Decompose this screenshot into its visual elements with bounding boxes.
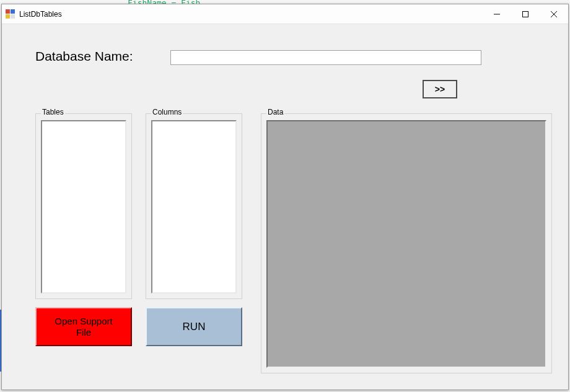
open-support-line1: Open Support: [37, 316, 131, 327]
minimize-icon: [494, 11, 500, 17]
data-grid[interactable]: [266, 120, 546, 368]
close-button[interactable]: [540, 4, 568, 24]
window-title: ListDbTables: [19, 10, 62, 19]
tables-listbox[interactable]: [41, 120, 126, 294]
window-controls: [483, 4, 568, 24]
close-icon: [551, 11, 557, 17]
database-name-input[interactable]: [170, 50, 481, 65]
database-name-label: Database Name:: [35, 49, 133, 64]
run-button[interactable]: RUN: [146, 307, 242, 346]
columns-groupbox-label: Columns: [151, 108, 183, 116]
svg-rect-1: [523, 11, 528, 17]
open-support-line2: File: [37, 327, 131, 338]
titlebar[interactable]: ListDbTables: [2, 4, 568, 24]
minimize-button[interactable]: [483, 4, 511, 24]
titlebar-left: ListDbTables: [6, 9, 62, 19]
app-icon: [6, 9, 15, 19]
maximize-icon: [522, 11, 528, 17]
maximize-button[interactable]: [511, 4, 540, 24]
data-groupbox: Data: [261, 113, 552, 373]
open-support-file-button[interactable]: Open Support File: [35, 307, 132, 346]
app-window: ListDbTables Database Name: >> Tables Co…: [1, 4, 569, 390]
expand-button[interactable]: >>: [423, 80, 457, 98]
tables-groupbox: Tables: [35, 113, 132, 299]
data-groupbox-label: Data: [266, 108, 284, 116]
client-area: Database Name: >> Tables Columns Data Op…: [2, 24, 568, 390]
tables-groupbox-label: Tables: [41, 108, 65, 116]
columns-groupbox: Columns: [146, 113, 242, 299]
columns-listbox[interactable]: [151, 120, 237, 294]
